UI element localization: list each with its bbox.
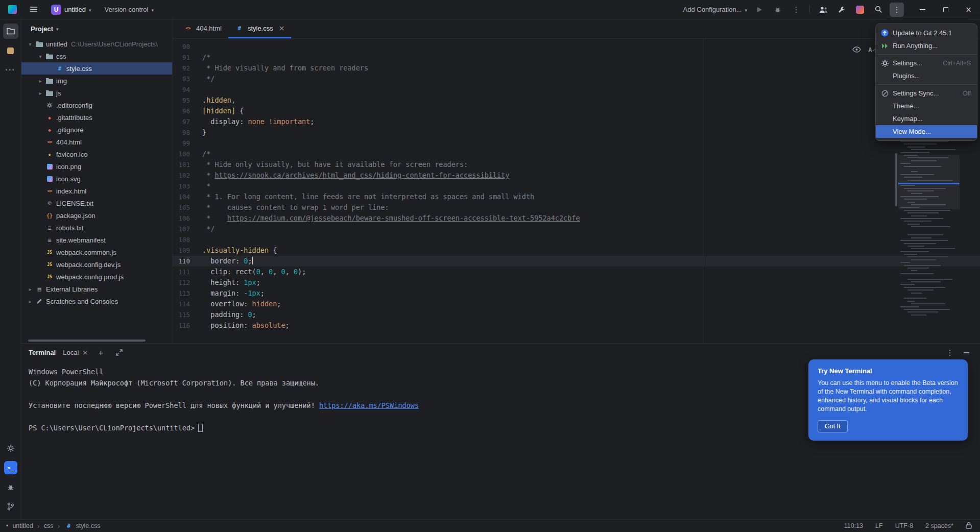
line-number[interactable]: 98 (173, 127, 202, 138)
encoding-widget[interactable]: UTF-8 (895, 522, 913, 529)
tree-item-icon-svg[interactable]: icon.svg (21, 173, 172, 185)
chevron-right-icon[interactable]: ▸ (26, 299, 35, 304)
code-line-96[interactable]: 96[hidden] { (173, 106, 980, 116)
terminal-options-icon[interactable]: ⋮ (944, 347, 955, 358)
chevron-down-icon[interactable]: ▾ (26, 41, 35, 47)
search-icon[interactable] (871, 3, 886, 17)
editor-scrollbar[interactable] (895, 153, 897, 206)
code-line-108[interactable]: 108 (173, 234, 980, 245)
code-line-116[interactable]: 116 position: absolute; (173, 320, 980, 331)
line-number[interactable]: 95 (173, 95, 202, 106)
code-line-93[interactable]: 93 */ (173, 74, 980, 84)
chevron-right-icon[interactable]: ▸ (26, 286, 35, 292)
tree-item-package-json[interactable]: {}package.json (21, 209, 172, 222)
indent-widget[interactable]: 2 spaces* (925, 522, 953, 529)
main-menu-icon[interactable] (27, 3, 41, 17)
maximize-terminal-icon[interactable] (113, 347, 125, 358)
code-line-100[interactable]: 100/* (173, 149, 980, 159)
tree-item-robots-txt[interactable]: ≡robots.txt (21, 222, 172, 234)
tree-item-favicon-ico[interactable]: ★favicon.ico (21, 148, 172, 160)
line-number[interactable]: 96 (173, 106, 202, 116)
tab-404-html[interactable]: <>404.html (177, 19, 228, 38)
code-line-92[interactable]: 92 * Hide visually and from screen reade… (173, 63, 980, 74)
wrench-icon[interactable] (834, 3, 849, 17)
readonly-lock-icon[interactable] (966, 522, 972, 530)
code-editor[interactable]: 9091/*92 * Hide visually and from screen… (173, 39, 980, 343)
breadcrumb-css[interactable]: css (44, 522, 54, 529)
kebab-icon[interactable]: ⋮ (890, 3, 904, 17)
close-tab-icon[interactable]: × (279, 24, 285, 32)
line-number[interactable]: 104 (173, 191, 202, 202)
line-number[interactable]: 91 (173, 52, 202, 63)
line-number[interactable]: 101 (173, 159, 202, 170)
code-line-112[interactable]: 112 height: 1px; (173, 277, 980, 288)
tree-item-webpack-config-prod-js[interactable]: JSwebpack.config.prod.js (21, 271, 172, 283)
tree-item-editorconfig[interactable]: .editorconfig (21, 99, 172, 111)
tree-item-site-webmanifest[interactable]: ≡site.webmanifest (21, 234, 172, 246)
line-number[interactable]: 110 (173, 256, 202, 267)
line-number[interactable]: 116 (173, 320, 202, 331)
tree-item-license-txt[interactable]: ©LICENSE.txt (21, 197, 172, 209)
highlighting-level-icon[interactable] (852, 45, 861, 56)
menu-item-theme[interactable]: Theme... (876, 100, 977, 112)
breadcrumb-style-css[interactable]: #style.css (64, 522, 100, 529)
tree-item-webpack-config-dev-js[interactable]: JSwebpack.config.dev.js (21, 258, 172, 271)
line-number[interactable]: 93 (173, 74, 202, 84)
debug-icon[interactable] (771, 3, 785, 17)
code-line-95[interactable]: 95.hidden, (173, 95, 980, 106)
got-it-button[interactable]: Got It (818, 420, 848, 432)
run-configuration-widget[interactable]: Add Configuration... ▾ (680, 3, 750, 17)
code-line-97[interactable]: 97 display: none !important; (173, 116, 980, 127)
code-line-115[interactable]: 115 padding: 0; (173, 309, 980, 320)
close-window-button[interactable]: × (957, 0, 980, 19)
code-line-103[interactable]: 103 * (173, 181, 980, 191)
chevron-right-icon[interactable]: ▸ (36, 90, 45, 96)
line-separator-widget[interactable]: LF (875, 522, 883, 529)
project-widget[interactable]: U untitled ▾ (48, 3, 94, 17)
tree-item-external-libraries[interactable]: ▸▤External Libraries (21, 283, 172, 295)
chevron-right-icon[interactable]: ▸ (36, 78, 45, 84)
tree-item-untitled[interactable]: ▾untitledC:\Users\User\CLionProjects\ (21, 38, 172, 50)
settings-tool-button[interactable] (3, 441, 18, 456)
tree-item-gitattributes[interactable]: ◆.gitattributes (21, 111, 172, 124)
menu-item-settings[interactable]: Settings...Ctrl+Alt+S (876, 57, 977, 69)
tree-item-scratches-and-consoles[interactable]: ▸Scratches and Consoles (21, 295, 172, 307)
line-number[interactable]: 106 (173, 213, 202, 224)
code-line-106[interactable]: 106 * https://medium.com/@jessebeach/bew… (173, 213, 980, 224)
code-line-105[interactable]: 105 * causes content to wrap 1 word per … (173, 202, 980, 213)
menu-item-update-to-git-2-45-1[interactable]: Update to Git 2.45.1 (876, 27, 977, 39)
menu-item-run-anything[interactable]: Run Anything... (876, 39, 977, 52)
tree-item-gitignore[interactable]: ◆.gitignore (21, 124, 172, 136)
tree-item-img[interactable]: ▸img (21, 75, 172, 87)
code-line-98[interactable]: 98} (173, 127, 980, 138)
menu-item-settings-sync[interactable]: Settings Sync...Off (876, 87, 977, 100)
terminal-title[interactable]: Terminal (29, 349, 56, 356)
version-control-tool-button[interactable] (3, 499, 18, 514)
structure-tool-button[interactable] (3, 43, 18, 58)
line-number[interactable]: 105 (173, 202, 202, 213)
tree-item-style-css[interactable]: #style.css (21, 62, 172, 75)
tree-item-404-html[interactable]: <>404.html (21, 136, 172, 148)
tree-item-webpack-common-js[interactable]: JSwebpack.common.js (21, 246, 172, 258)
maximize-window-button[interactable] (934, 0, 957, 19)
code-line-111[interactable]: 111 clip: rect(0, 0, 0, 0); (173, 267, 980, 277)
line-number[interactable]: 103 (173, 181, 202, 191)
code-line-113[interactable]: 113 margin: -1px; (173, 288, 980, 299)
line-number[interactable]: 107 (173, 224, 202, 234)
project-panel-header[interactable]: Project ▾ (21, 19, 172, 38)
code-line-109[interactable]: 109.visually-hidden { (173, 245, 980, 256)
code-line-107[interactable]: 107 */ (173, 224, 980, 234)
line-number[interactable]: 90 (173, 41, 202, 52)
menu-item-plugins[interactable]: Plugins... (876, 69, 977, 82)
inspections-status-icon[interactable]: A✓ (868, 45, 876, 56)
new-terminal-tab-icon[interactable]: + (95, 347, 106, 358)
code-line-94[interactable]: 94 (173, 84, 980, 95)
hide-terminal-icon[interactable] (961, 347, 972, 358)
more-vert-icon[interactable]: ⋮ (789, 3, 803, 17)
line-number[interactable]: 111 (173, 267, 202, 277)
users-icon[interactable] (816, 3, 830, 17)
caret-position-widget[interactable]: 110:13 (844, 522, 863, 529)
code-line-114[interactable]: 114 overflow: hidden; (173, 299, 980, 309)
tree-item-js[interactable]: ▸js (21, 87, 172, 99)
horizontal-scrollbar[interactable] (28, 340, 146, 342)
